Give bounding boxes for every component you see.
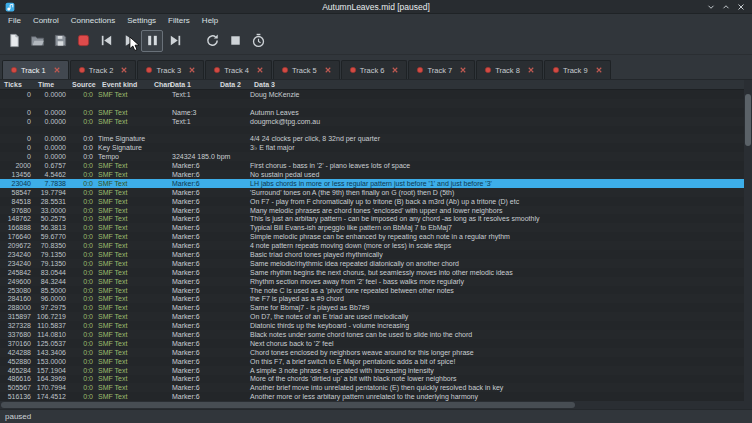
table-row[interactable]: 28800097.29750:0SMF TextMarker:6Same for… — [0, 303, 744, 312]
record-button[interactable] — [72, 30, 94, 52]
menu-item-filters[interactable]: Filters — [162, 14, 196, 27]
tab-close-icon[interactable] — [459, 66, 467, 74]
minimize-button[interactable] — [705, 1, 717, 13]
horizontal-scrollbar[interactable] — [0, 401, 752, 409]
column-header-data-1[interactable]: Data 1 — [166, 81, 216, 88]
table-row[interactable]: 9768033.00000:0SMF TextMarker:6Many melo… — [0, 206, 744, 215]
tab-track-9[interactable]: Track 9 — [544, 60, 611, 79]
stop-button[interactable] — [224, 30, 246, 52]
vertical-scrollbar-handle[interactable] — [745, 94, 751, 146]
menu-item-connections[interactable]: Connections — [65, 14, 121, 27]
tab-close-icon[interactable] — [256, 66, 264, 74]
table-row[interactable]: 5854719.77940:0SMF TextMarker:6'Surround… — [0, 188, 744, 197]
table-row[interactable]: 370160125.05370:0SMF TextMarker:6Next ch… — [0, 339, 744, 348]
table-row[interactable] — [0, 126, 744, 135]
table-row[interactable]: 20967270.83500:0SMF TextMarker:64 note p… — [0, 241, 744, 250]
cell-source: 0:0 — [68, 304, 98, 311]
table-row[interactable]: 424288143.34060:0SMF TextMarker:6Chord t… — [0, 348, 744, 357]
tab-track-6[interactable]: Track 6 — [341, 60, 408, 79]
maximize-button[interactable] — [720, 1, 732, 13]
table-row[interactable]: 24584283.05440:0SMF TextMarker:6Same rhy… — [0, 268, 744, 277]
cell-ticks: 234240 — [0, 260, 34, 267]
close-button[interactable] — [735, 1, 747, 13]
table-row[interactable]: 465284157.19040:0SMF TextMarker:6A simpl… — [0, 366, 744, 375]
menu-item-help[interactable]: Help — [196, 14, 224, 27]
column-header-event-kind[interactable]: Event kind — [98, 81, 150, 88]
table-row[interactable]: 20000.67570:0SMF TextMarker:6First choru… — [0, 161, 744, 170]
play-button[interactable] — [118, 30, 140, 52]
table-row[interactable]: 17664059.67700:0SMF TextMarker:6Simple m… — [0, 232, 744, 241]
table-row[interactable]: 315897106.72190:0SMF TextMarker:6On D7, … — [0, 312, 744, 321]
table-row[interactable]: 14876250.25750:0SMF TextMarker:6This is … — [0, 214, 744, 223]
cell-source: 0:0 — [68, 215, 98, 222]
table-row[interactable]: 23424079.13500:0SMF TextMarker:6Same mel… — [0, 259, 744, 268]
cell-time: 85.5000 — [34, 287, 68, 294]
column-header-data-3[interactable]: Data 3 — [250, 81, 744, 88]
column-header-time[interactable]: Time — [34, 81, 68, 88]
table-row[interactable]: 505567170.79940:0SMF TextMarker:6Another… — [0, 383, 744, 392]
menu-item-control[interactable]: Control — [27, 14, 65, 27]
table-row[interactable]: 327328110.58370:0SMF TextMarker:6Diatoni… — [0, 321, 744, 330]
table-row[interactable]: 230407.78380:0SMF TextMarker:6LH jabs ch… — [0, 179, 744, 188]
tab-close-icon[interactable] — [120, 66, 128, 74]
table-row[interactable]: 00.00000:0Time Signature4/4 24 clocks pe… — [0, 134, 744, 143]
table-row[interactable]: 486616164.39690:0SMF TextMarker:6More of… — [0, 375, 744, 384]
column-header-chan[interactable]: Chan — [150, 81, 166, 88]
table-row[interactable]: 24960084.32440:0SMF TextMarker:6Rhythm s… — [0, 277, 744, 286]
cell-time: 59.6770 — [34, 233, 68, 240]
tab-close-icon[interactable] — [53, 66, 61, 74]
tab-close-icon[interactable] — [188, 66, 196, 74]
cell-kind: SMF Text — [98, 180, 150, 187]
horizontal-scrollbar-handle[interactable] — [1, 402, 575, 408]
tab-close-icon[interactable] — [391, 66, 399, 74]
loop-button[interactable] — [201, 30, 223, 52]
table-row[interactable]: 00.00000:0SMF TextText:1dougmck@tpg.com.… — [0, 117, 744, 126]
cell-data3: Typical Bill Evans-ish arpeggio like pat… — [250, 224, 744, 231]
tab-track-5[interactable]: Track 5 — [273, 60, 340, 79]
tab-track-8[interactable]: Track 8 — [476, 60, 543, 79]
table-row[interactable]: 16688856.38130:0SMF TextMarker:6Typical … — [0, 223, 744, 232]
column-header-data-2[interactable]: Data 2 — [216, 81, 250, 88]
table-row[interactable] — [0, 99, 744, 108]
cell-kind: SMF Text — [98, 393, 150, 400]
menu-item-file[interactable]: File — [2, 14, 27, 27]
table-row[interactable]: 134564.54620:0SMF TextMarker:6No sustain… — [0, 170, 744, 179]
file-save-button[interactable] — [49, 30, 71, 52]
table-row[interactable]: 337680114.08100:0SMF TextMarker:6Black n… — [0, 330, 744, 339]
tab-track-4[interactable]: Track 4 — [205, 60, 272, 79]
cell-source: 0:0 — [68, 153, 98, 160]
tab-close-icon[interactable] — [324, 66, 332, 74]
tab-close-icon[interactable] — [527, 66, 535, 74]
timer-button[interactable] — [247, 30, 269, 52]
column-header-source[interactable]: Source — [68, 81, 98, 88]
tab-track-2[interactable]: Track 2 — [70, 60, 137, 79]
table-row[interactable]: 516136174.45120:0SMF TextMarker:6Another… — [0, 392, 744, 401]
tab-track-7[interactable]: Track 7 — [408, 60, 475, 79]
table-row[interactable]: 25308085.50000:0SMF TextMarker:6The note… — [0, 286, 744, 295]
vertical-scrollbar[interactable] — [744, 80, 752, 401]
cell-source: 0:0 — [68, 162, 98, 169]
cell-time: 97.2975 — [34, 304, 68, 311]
titlebar[interactable]: AutumnLeaves.mid [paused] — [0, 0, 752, 14]
menu-item-settings[interactable]: Settings — [121, 14, 162, 27]
table-row[interactable]: 28416096.00000:0SMF TextMarker:6the F7 i… — [0, 294, 744, 303]
table-row[interactable]: 00.00000:0Key Signature3♭ E flat major — [0, 143, 744, 152]
table-row[interactable]: 00.00000:0SMF TextName:3Autumn Leaves — [0, 108, 744, 117]
tab-close-icon[interactable] — [595, 66, 603, 74]
pause-button[interactable] — [141, 30, 163, 52]
tab-track-3[interactable]: Track 3 — [137, 60, 204, 79]
table-row[interactable]: 452880153.00000:0SMF TextMarker:6On this… — [0, 357, 744, 366]
column-header-ticks[interactable]: Ticks — [0, 81, 34, 88]
table-row[interactable]: 00.00000:0SMF TextText:1Doug McKenzie — [0, 90, 744, 99]
cell-data1: Marker:6 — [166, 295, 216, 302]
table-row[interactable]: 8451828.55310:0SMF TextMarker:6On F7 - p… — [0, 197, 744, 206]
table-row[interactable]: 00.00000:0Tempo324324 185.0 bpm — [0, 152, 744, 161]
table-row[interactable]: 23424079.13500:0SMF TextMarker:6Basic tr… — [0, 250, 744, 259]
tab-track-1[interactable]: Track 1 — [2, 60, 69, 79]
skip-forward-button[interactable] — [164, 30, 186, 52]
cell-ticks: 465284 — [0, 367, 34, 374]
file-open-button[interactable] — [26, 30, 48, 52]
skip-backward-button[interactable] — [95, 30, 117, 52]
file-new-button[interactable] — [3, 30, 25, 52]
track-color-icon — [484, 66, 495, 74]
